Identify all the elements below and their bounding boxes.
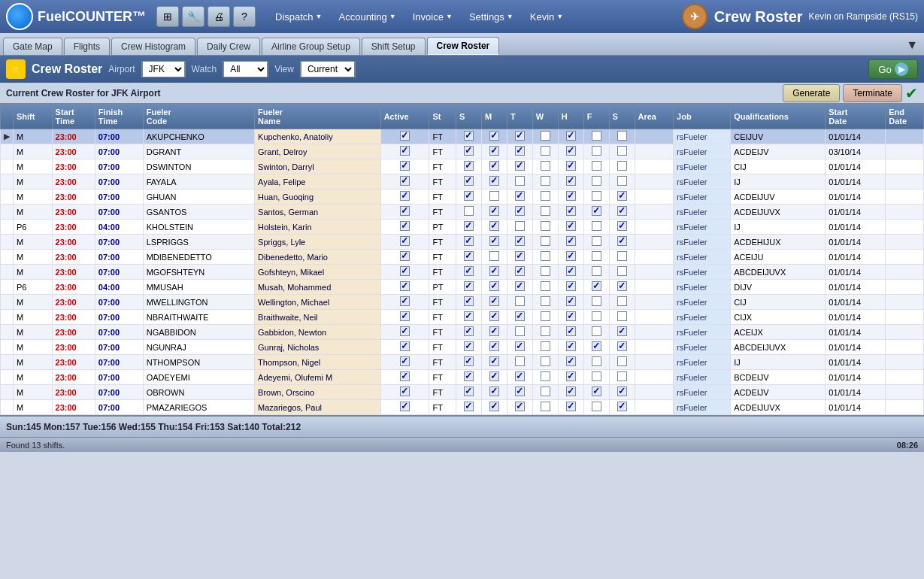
checkbox-unchecked[interactable]	[592, 311, 601, 321]
checkbox-checked[interactable]	[464, 221, 474, 231]
w-cell[interactable]	[532, 340, 558, 355]
checkbox-unchecked[interactable]	[592, 371, 601, 381]
s2-cell[interactable]	[609, 265, 635, 280]
w-cell[interactable]	[532, 325, 558, 340]
m-cell[interactable]	[481, 400, 507, 415]
table-row[interactable]: M 23:00 07:00 MWELLINGTON Wellington, Mi…	[1, 295, 924, 310]
airport-select[interactable]: JFK LAX ORD	[142, 61, 185, 77]
m-cell[interactable]	[481, 385, 507, 400]
s2-cell[interactable]	[609, 220, 635, 235]
t-cell[interactable]	[507, 205, 532, 220]
active-cell[interactable]	[380, 220, 429, 235]
print-icon[interactable]: 🖨	[208, 6, 230, 27]
checkbox-unchecked[interactable]	[617, 251, 627, 261]
checkbox-checked[interactable]	[566, 387, 576, 396]
t-cell[interactable]	[507, 174, 532, 189]
checkbox-checked[interactable]	[489, 371, 499, 381]
w-cell[interactable]	[532, 159, 558, 174]
checkbox-checked[interactable]	[515, 311, 525, 321]
m-cell[interactable]	[481, 220, 507, 235]
checkbox-checked[interactable]	[515, 266, 525, 276]
checkbox-checked[interactable]	[592, 206, 601, 216]
checkbox-checked[interactable]	[400, 281, 410, 291]
s2-cell[interactable]	[609, 400, 635, 415]
checkbox-checked[interactable]	[464, 131, 474, 141]
checkbox-unchecked[interactable]	[592, 131, 601, 141]
checkbox-unchecked[interactable]	[541, 311, 550, 321]
checkbox-checked[interactable]	[400, 311, 410, 321]
tools-icon[interactable]: 🔧	[182, 6, 204, 27]
checkbox-unchecked[interactable]	[541, 191, 550, 201]
checkbox-unchecked[interactable]	[617, 356, 627, 366]
checkbox-checked[interactable]	[464, 296, 474, 306]
checkbox-checked[interactable]	[464, 191, 474, 201]
f-cell[interactable]	[583, 340, 609, 355]
checkbox-checked[interactable]	[566, 206, 576, 216]
s-cell[interactable]	[456, 144, 482, 159]
checkbox-unchecked[interactable]	[515, 326, 525, 336]
s-cell[interactable]	[456, 370, 482, 385]
f-cell[interactable]	[583, 325, 609, 340]
tab-dropdown-arrow[interactable]: ▼	[900, 35, 924, 55]
checkbox-checked[interactable]	[400, 206, 410, 216]
checkbox-checked[interactable]	[617, 206, 627, 216]
checkbox-checked[interactable]	[464, 326, 474, 336]
table-row[interactable]: M 23:00 07:00 NTHOMPSON Thompson, Nigel …	[1, 355, 924, 370]
h-cell[interactable]	[558, 250, 583, 265]
f-cell[interactable]	[583, 280, 609, 295]
h-cell[interactable]	[558, 280, 583, 295]
checkbox-checked[interactable]	[515, 387, 525, 396]
checkbox-checked[interactable]	[400, 146, 410, 156]
watch-select[interactable]: All Day Night	[223, 61, 268, 77]
checkbox-unchecked[interactable]	[592, 221, 601, 231]
checkbox-unchecked[interactable]	[515, 176, 525, 186]
m-cell[interactable]	[481, 355, 507, 370]
grid-icon[interactable]: ⊞	[156, 6, 179, 27]
checkbox-checked[interactable]	[566, 402, 576, 411]
s2-cell[interactable]	[609, 144, 635, 159]
t-cell[interactable]	[507, 340, 532, 355]
checkbox-unchecked[interactable]	[515, 221, 525, 231]
m-cell[interactable]	[481, 129, 507, 144]
checkbox-unchecked[interactable]	[541, 251, 550, 261]
checkbox-checked[interactable]	[400, 236, 410, 246]
s-cell[interactable]	[456, 295, 482, 310]
checkbox-unchecked[interactable]	[592, 146, 601, 156]
table-row[interactable]: M 23:00 07:00 MGOFSHTEYN Gofshteyn, Mika…	[1, 265, 924, 280]
checkbox-checked[interactable]	[400, 221, 410, 231]
active-cell[interactable]	[380, 159, 429, 174]
s2-cell[interactable]	[609, 235, 635, 250]
active-cell[interactable]	[380, 235, 429, 250]
checkbox-unchecked[interactable]	[541, 281, 550, 291]
checkbox-checked[interactable]	[617, 341, 627, 351]
h-cell[interactable]	[558, 325, 583, 340]
checkbox-checked[interactable]	[464, 176, 474, 186]
active-cell[interactable]	[380, 174, 429, 189]
checkbox-checked[interactable]	[489, 356, 499, 366]
checkbox-checked[interactable]	[592, 341, 601, 351]
checkbox-checked[interactable]	[592, 281, 601, 291]
active-cell[interactable]	[380, 310, 429, 325]
checkbox-unchecked[interactable]	[617, 311, 627, 321]
checkbox-unchecked[interactable]	[541, 341, 550, 351]
checkbox-checked[interactable]	[489, 281, 499, 291]
checkbox-checked[interactable]	[489, 161, 499, 171]
f-cell[interactable]	[583, 295, 609, 310]
h-cell[interactable]	[558, 205, 583, 220]
terminate-button[interactable]: Terminate	[843, 84, 902, 102]
table-row[interactable]: M 23:00 07:00 NBRAITHWAITE Braithwaite, …	[1, 310, 924, 325]
checkbox-checked[interactable]	[400, 161, 410, 171]
f-cell[interactable]	[583, 370, 609, 385]
checkbox-checked[interactable]	[515, 131, 525, 141]
s-cell[interactable]	[456, 325, 482, 340]
table-row[interactable]: M 23:00 07:00 NGABBIDON Gabbidon, Newton…	[1, 325, 924, 340]
table-row[interactable]: M 23:00 07:00 NGUNRAJ Gunraj, Nicholas F…	[1, 340, 924, 355]
h-cell[interactable]	[558, 235, 583, 250]
h-cell[interactable]	[558, 400, 583, 415]
f-cell[interactable]	[583, 174, 609, 189]
checkbox-unchecked[interactable]	[617, 176, 627, 186]
t-cell[interactable]	[507, 280, 532, 295]
s-cell[interactable]	[456, 205, 482, 220]
m-cell[interactable]	[481, 159, 507, 174]
checkbox-unchecked[interactable]	[592, 402, 601, 411]
